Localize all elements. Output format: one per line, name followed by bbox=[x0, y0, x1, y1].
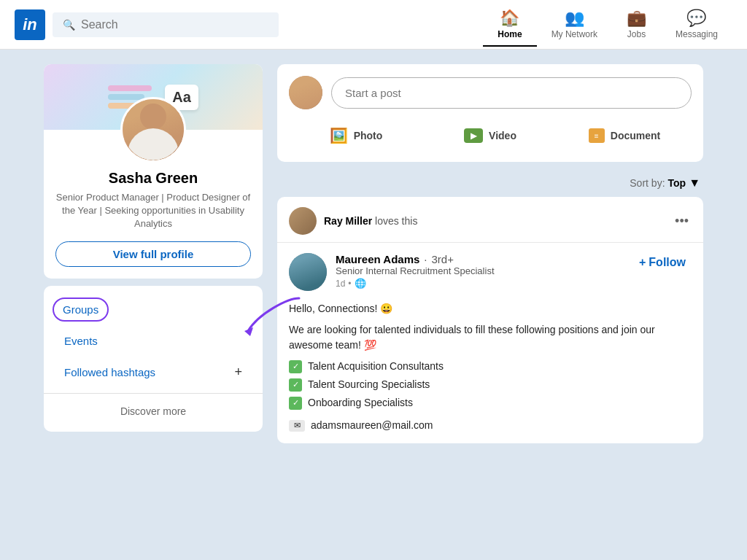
profile-info: Sasha Green Senior Product Manager | Pro… bbox=[44, 170, 263, 279]
author-avatar bbox=[289, 253, 327, 291]
left-sidebar: Aa bbox=[44, 64, 263, 443]
profile-card: Aa bbox=[44, 64, 263, 279]
email-address: adamsmaureen@mail.com bbox=[311, 418, 433, 433]
sidebar-nav-card: Groups Events Followed hashtags + Discov… bbox=[44, 286, 263, 432]
nav-label-my-network: My Network bbox=[551, 29, 597, 39]
post-user-avatar bbox=[289, 76, 322, 109]
header: in 🔍 🏠 Home 👥 My Network 💼 Jobs 💬 Messag… bbox=[0, 0, 747, 50]
author-meta: 1d • 🌐 bbox=[336, 278, 624, 289]
home-icon: 🏠 bbox=[500, 9, 519, 28]
nav-item-messaging[interactable]: 💬 Messaging bbox=[661, 3, 732, 47]
add-icon: + bbox=[234, 365, 242, 380]
more-options-button[interactable]: ••• bbox=[672, 211, 692, 232]
feed-area: 🖼️ Photo ▶ Video ≡ Document Sort by: Top… bbox=[277, 64, 703, 443]
sidebar-item-hashtags[interactable]: Followed hashtags + bbox=[53, 357, 254, 387]
sort-current: Top bbox=[668, 177, 686, 189]
author-subtitle: Senior Internal Recruitment Specialist bbox=[336, 265, 624, 276]
list-item: ✓ Talent Sourcing Specialists bbox=[289, 377, 692, 392]
post-greeting: Hello, Connections! 😀 bbox=[289, 301, 692, 316]
search-input[interactable] bbox=[81, 18, 268, 31]
post-text: Hello, Connections! 😀 We are looking for… bbox=[289, 301, 692, 433]
checkbox-icon-3: ✓ bbox=[289, 397, 302, 410]
email-row: ✉ adamsmaureen@mail.com bbox=[289, 418, 692, 433]
linkedin-logo: in bbox=[15, 9, 45, 40]
nav-item-home[interactable]: 🏠 Home bbox=[483, 3, 536, 47]
post-actions: 🖼️ Photo ▶ Video ≡ Document bbox=[289, 121, 692, 150]
post-input-row bbox=[289, 76, 692, 109]
document-icon: ≡ bbox=[589, 128, 605, 143]
nav-item-jobs[interactable]: 💼 Jobs bbox=[612, 3, 661, 47]
video-button[interactable]: ▶ Video bbox=[423, 121, 557, 150]
sidebar-item-groups[interactable]: Groups bbox=[53, 298, 109, 322]
list-item: ✓ Talent Acquisition Consultants bbox=[289, 359, 692, 374]
author-info: Maureen Adams · 3rd+ Senior Internal Rec… bbox=[336, 253, 624, 289]
list-item-2: Talent Sourcing Specialists bbox=[308, 377, 430, 392]
profile-name: Sasha Green bbox=[55, 170, 251, 187]
messaging-icon: 💬 bbox=[686, 9, 706, 28]
photo-button[interactable]: 🖼️ Photo bbox=[289, 121, 423, 150]
meta-dot: • bbox=[348, 279, 351, 289]
view-profile-button[interactable]: View full profile bbox=[55, 241, 251, 267]
groups-arrow-container: Groups bbox=[44, 295, 263, 324]
sidebar-divider bbox=[44, 393, 263, 394]
search-icon: 🔍 bbox=[63, 19, 75, 31]
checkbox-icon-2: ✓ bbox=[289, 378, 302, 392]
author-row: Maureen Adams · 3rd+ Senior Internal Rec… bbox=[289, 253, 692, 291]
nav-label-jobs: Jobs bbox=[627, 29, 646, 39]
nav-label-home: Home bbox=[498, 29, 522, 39]
checkbox-icon-1: ✓ bbox=[289, 360, 302, 373]
author-degree: · bbox=[424, 253, 427, 265]
main-nav: 🏠 Home 👥 My Network 💼 Jobs 💬 Messaging bbox=[483, 3, 732, 47]
sidebar-item-events[interactable]: Events bbox=[53, 327, 254, 354]
activity-text: Ray Miller loves this bbox=[324, 215, 665, 227]
post-time: 1d bbox=[336, 279, 345, 289]
start-post-input[interactable] bbox=[331, 77, 692, 109]
post-card-body: Maureen Adams · 3rd+ Senior Internal Rec… bbox=[277, 243, 703, 443]
follow-button[interactable]: + Follow bbox=[633, 253, 692, 272]
document-button[interactable]: ≡ Document bbox=[557, 121, 692, 150]
my-network-icon: 👥 bbox=[565, 9, 584, 28]
post-card-header: Ray Miller loves this ••• bbox=[277, 197, 703, 243]
sort-dropdown-icon[interactable]: ▼ bbox=[689, 176, 700, 190]
nav-label-messaging: Messaging bbox=[676, 29, 718, 39]
discover-more-button[interactable]: Discover more bbox=[44, 400, 263, 423]
nav-item-my-network[interactable]: 👥 My Network bbox=[537, 3, 612, 47]
main-content: Aa bbox=[0, 50, 747, 458]
author-name-row: Maureen Adams · 3rd+ bbox=[336, 253, 624, 265]
post-body: We are looking for talented individuals … bbox=[289, 322, 692, 353]
follow-label: Follow bbox=[649, 256, 686, 269]
search-bar[interactable]: 🔍 bbox=[53, 12, 279, 37]
sort-label: Sort by: bbox=[630, 177, 665, 189]
author-name: Maureen Adams bbox=[336, 253, 419, 265]
list-item-1: Talent Acquisition Consultants bbox=[308, 359, 444, 374]
photo-icon: 🖼️ bbox=[330, 127, 348, 144]
author-degree-text: 3rd+ bbox=[431, 253, 453, 265]
list-item: ✓ Onboarding Specialists bbox=[289, 395, 692, 411]
email-icon: ✉ bbox=[289, 420, 305, 432]
loves-text: loves this bbox=[375, 215, 417, 227]
follow-plus-icon: + bbox=[639, 256, 646, 269]
sort-bar: Sort by: Top ▼ bbox=[277, 169, 703, 197]
profile-avatar-wrapper bbox=[44, 97, 263, 163]
post-box: 🖼️ Photo ▶ Video ≡ Document bbox=[277, 64, 703, 162]
jobs-icon: 💼 bbox=[627, 9, 646, 28]
ray-name: Ray Miller bbox=[324, 215, 372, 227]
profile-title: Senior Product Manager | Product Designe… bbox=[55, 191, 251, 231]
avatar bbox=[120, 97, 186, 163]
post-card: Ray Miller loves this ••• Maureen Adams … bbox=[277, 197, 703, 443]
globe-icon: 🌐 bbox=[355, 278, 366, 289]
video-icon: ▶ bbox=[464, 128, 483, 143]
ray-avatar bbox=[289, 207, 317, 235]
list-item-3: Onboarding Specialists bbox=[308, 395, 413, 411]
